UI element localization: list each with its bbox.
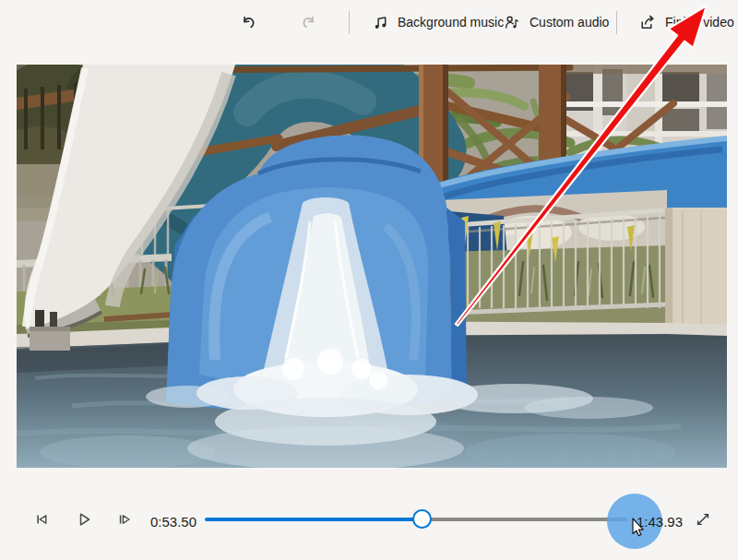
fullscreen-expand-icon	[694, 510, 712, 529]
music-note-icon	[373, 14, 389, 30]
next-frame-icon	[116, 511, 133, 528]
custom-audio-button[interactable]: Custom audio	[504, 7, 609, 37]
current-time: 0:53.50	[150, 514, 196, 530]
video-preview[interactable]	[17, 65, 727, 468]
video-frame-scene	[17, 65, 727, 468]
background-music-label: Background music	[398, 15, 504, 30]
finish-video-label: Finish video	[665, 15, 734, 30]
finish-video-button[interactable]: Finish video	[638, 7, 734, 37]
play-button[interactable]	[75, 510, 93, 531]
custom-audio-label: Custom audio	[530, 15, 609, 30]
photos-video-editor: Background music Custom audio Finish vid…	[0, 0, 738, 560]
background-music-button[interactable]: Background music	[373, 7, 504, 37]
seek-bar-played[interactable]	[205, 518, 423, 521]
undo-button[interactable]	[239, 7, 256, 37]
person-audio-icon	[504, 14, 521, 31]
total-time: 1:43.93	[637, 514, 683, 530]
previous-frame-button[interactable]	[34, 511, 51, 530]
undo-icon	[239, 14, 256, 31]
next-frame-button[interactable]	[116, 511, 133, 530]
toolbar-divider	[616, 11, 617, 34]
redo-button[interactable]	[301, 7, 318, 37]
share-export-icon	[638, 13, 657, 31]
previous-frame-icon	[34, 511, 51, 528]
toolbar: Background music Custom audio Finish vid…	[0, 0, 738, 46]
fullscreen-button[interactable]	[694, 510, 712, 531]
redo-icon	[301, 14, 318, 31]
play-icon	[75, 510, 93, 529]
seek-bar-remaining[interactable]	[423, 518, 627, 521]
toolbar-divider	[349, 11, 350, 34]
seek-handle[interactable]	[412, 509, 432, 529]
